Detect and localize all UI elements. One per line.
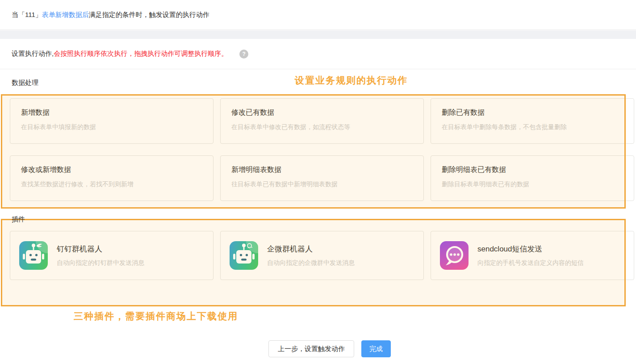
plugin-section-annotation: 三种插件，需要插件商场上下载使用 <box>74 310 238 322</box>
card-dingtalk-robot[interactable]: 钉钉群机器人 自动向指定的钉钉群中发送消息 <box>10 231 213 280</box>
card-modify-or-add-data[interactable]: 修改或新增数据 查找某些数据进行修改，若找不到则新增 <box>10 155 213 201</box>
card-title: 修改或新增数据 <box>21 165 202 175</box>
card-desc: 在目标表单中填报新的数据 <box>21 123 202 131</box>
card-desc: 往目标表单已有数据中新增明细表数据 <box>231 180 413 188</box>
card-sendcloud-sms[interactable]: sendcloud短信发送 向指定的手机号发送自定义内容的短信 <box>431 231 634 280</box>
card-title: 新增明细表数据 <box>231 165 413 175</box>
card-title: 删除明细表已有数据 <box>442 165 623 175</box>
action-header-row: 设置执行动作, 会按照执行顺序依次执行，拖拽执行动作可调整执行顺序。 ? <box>0 39 636 69</box>
plugin-grid: 钉钉群机器人 自动向指定的钉钉群中发送消息 <box>10 231 634 280</box>
card-desc: 在目标表单中修改已有数据，如流程状态等 <box>231 123 413 131</box>
done-button[interactable]: 完成 <box>361 340 391 357</box>
data-section-label: 数据处理 <box>12 79 38 87</box>
card-desc: 查找某些数据进行修改，若找不到则新增 <box>21 180 202 188</box>
action-header-label: 设置执行动作, <box>12 50 54 58</box>
card-add-data[interactable]: 新增数据 在目标表单中填报新的数据 <box>10 98 213 144</box>
card-modify-data[interactable]: 修改已有数据 在目标表单中修改已有数据，如流程状态等 <box>220 98 424 144</box>
plugin-desc: 自动向指定的企微群中发送消息 <box>267 259 355 267</box>
card-desc: 在目标表单中删除每条数据，不包含批量删除 <box>442 123 623 131</box>
data-section-annotation: 设置业务规则的执行动作 <box>295 74 408 87</box>
help-icon[interactable]: ? <box>239 50 248 59</box>
card-desc: 删除目标表单明细表已有的数据 <box>442 180 623 188</box>
dingtalk-robot-icon <box>19 241 48 270</box>
plugin-title: sendcloud短信发送 <box>477 244 584 254</box>
action-order-warning: 会按照执行顺序依次执行，拖拽执行动作可调整执行顺序。 <box>54 50 228 58</box>
plugin-desc: 向指定的手机号发送自定义内容的短信 <box>477 259 584 267</box>
card-add-subform-data[interactable]: 新增明细表数据 往目标表单已有数据中新增明细表数据 <box>220 155 424 201</box>
trigger-prefix: 当「111」 <box>12 11 42 19</box>
wecom-robot-icon <box>230 241 258 270</box>
sendcloud-sms-icon <box>440 241 469 270</box>
card-title: 修改已有数据 <box>231 108 413 117</box>
plugin-title: 企微群机器人 <box>267 244 355 254</box>
card-title: 新增数据 <box>21 108 202 117</box>
footer-actions: 上一步，设置触发动作 完成 <box>268 340 391 357</box>
card-wecom-robot[interactable]: 企微群机器人 自动向指定的企微群中发送消息 <box>220 231 424 280</box>
data-action-grid: 新增数据 在目标表单中填报新的数据 修改已有数据 在目标表单中修改已有数据，如流… <box>10 98 634 201</box>
plugin-title: 钉钉群机器人 <box>57 244 144 254</box>
card-title: 删除已有数据 <box>442 108 623 117</box>
trigger-suffix: 满足指定的条件时，触发设置的执行动作 <box>89 11 209 19</box>
plugin-desc: 自动向指定的钉钉群中发送消息 <box>57 259 144 267</box>
plugin-section-label: 插件 <box>12 215 25 224</box>
trigger-description-bar: 当「111」表单新增数据后满足指定的条件时，触发设置的执行动作 <box>0 0 636 30</box>
card-delete-subform-data[interactable]: 删除明细表已有数据 删除目标表单明细表已有的数据 <box>431 155 634 201</box>
section-divider-band <box>0 30 636 39</box>
form-name-link[interactable]: 表单新增数据后 <box>42 11 89 19</box>
previous-step-button[interactable]: 上一步，设置触发动作 <box>268 340 354 357</box>
card-delete-data[interactable]: 删除已有数据 在目标表单中删除每条数据，不包含批量删除 <box>431 98 634 144</box>
